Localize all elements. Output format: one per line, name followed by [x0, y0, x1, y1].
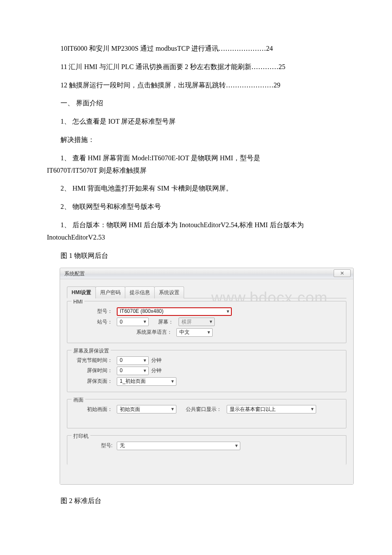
answer-1-line1: 1、 查看 HMI 屏幕背面 Model:IT6070E-IOT 是物联网 HM… — [47, 152, 345, 165]
start-screen-label: 初始画面： — [72, 405, 114, 414]
screen-orientation-value: 横屏 — [182, 318, 192, 327]
toc-page: 25 — [279, 63, 285, 70]
saver-page-dropdown[interactable]: 1_初始页面 ▼ — [117, 377, 176, 386]
model-value: IT6070E (800x480) — [120, 307, 164, 316]
screen-orientation-dropdown: 横屏 ▼ — [179, 318, 215, 326]
saver-time-value: 0 — [120, 366, 123, 376]
screen-label: 屏幕： — [151, 318, 176, 327]
screen-group: 画面 初始画面： 初始页面 ▼ 公共窗口显示： 显示在基本窗口以上 ▼ — [67, 399, 346, 429]
minute-unit-2: 分钟 — [151, 366, 161, 376]
solution-label: 解决措施： — [47, 134, 345, 146]
toc-page: 29 — [274, 81, 280, 89]
chevron-down-icon: ▼ — [225, 309, 231, 314]
station-value: 0 — [120, 318, 123, 327]
menu-language-label: 系统菜单语言： — [72, 328, 174, 337]
screensaver-group-legend: 屏幕及屏保设置 — [72, 347, 111, 356]
heading-section-1: 一、 界面介绍 — [47, 97, 345, 110]
printer-model-value: 无 — [120, 441, 125, 451]
model-label: 型号： — [72, 307, 114, 316]
menu-language-dropdown[interactable]: 中文 ▼ — [176, 328, 213, 337]
hmi-group: HMI 型号： IT6070E (800x480) ▼ 站号： 0 ▼ 屏幕： — [67, 301, 346, 343]
hmi-group-legend: HMI — [72, 298, 84, 307]
tab-hmi-settings[interactable]: HMI设置 — [67, 286, 96, 298]
chevron-down-icon: ▼ — [142, 358, 147, 363]
menu-language-value: 中文 — [179, 328, 190, 337]
version-line1: 1、 后台版本：物联网 HMI 后台版本为 InotouchEditorV2.5… — [47, 219, 345, 231]
saver-time-label: 屏保时间： — [72, 366, 114, 376]
chevron-down-icon: ▼ — [310, 407, 315, 411]
station-label: 站号： — [72, 318, 114, 327]
dialog-body: www.bdocx.com HMI设置 用户密码 提示信息 系统设置 HMI 型… — [60, 279, 353, 484]
chevron-down-icon: ▼ — [206, 330, 211, 335]
question-1: 1、 怎么查看是 IOT 屏还是标准型号屏 — [47, 116, 345, 128]
toc-line-2: 11 汇川 HMI 与汇川 PLC 通讯切换画面要 2 秒左右数据才能刷新………… — [47, 61, 345, 73]
screen-group-legend: 画面 — [72, 396, 85, 405]
toc-text: 12 触摸屏运行一段时间，点击触摸屏，出现屏幕乱跳转 — [61, 81, 226, 89]
chevron-down-icon: ▼ — [142, 369, 147, 373]
printer-group: 打印机 型号: 无 ▼ — [67, 435, 346, 465]
chevron-down-icon: ▼ — [170, 407, 175, 411]
tab-user-password[interactable]: 用户密码 — [95, 286, 125, 298]
chevron-down-icon: ▼ — [170, 379, 175, 384]
model-dropdown[interactable]: IT6070E (800x480) ▼ — [117, 307, 232, 316]
backlight-time-value: 0 — [120, 356, 123, 365]
saver-time-dropdown[interactable]: 0 ▼ — [117, 367, 149, 375]
tab-system-settings[interactable]: 系统设置 — [154, 286, 184, 298]
station-dropdown[interactable]: 0 ▼ — [117, 318, 149, 326]
close-button[interactable]: ✕ — [334, 269, 351, 277]
saver-page-label: 屏保页面： — [72, 377, 114, 386]
start-screen-dropdown[interactable]: 初始页面 ▼ — [117, 405, 176, 413]
answer-2: 2、 HMI 背面电池盖打开如果有 SIM 卡槽则是物联网屏。 — [47, 182, 345, 195]
start-screen-value: 初始页面 — [120, 405, 140, 414]
printer-model-label: 型号: — [72, 441, 114, 451]
backlight-time-dropdown[interactable]: 0 ▼ — [117, 356, 149, 365]
dialog-title-text: 系统配置 — [64, 271, 85, 277]
toc-text: 10IT6000 和安川 MP2300S 通过 modbusTCP 进行通讯 — [61, 45, 219, 52]
figure-1-caption: 图 1 物联网后台 — [47, 250, 345, 262]
chevron-down-icon: ▼ — [208, 320, 213, 324]
public-window-value: 显示在基本窗口以上 — [230, 405, 276, 414]
minute-unit-1: 分钟 — [151, 356, 161, 365]
backlight-time-label: 背光节能时间： — [72, 356, 114, 365]
toc-text: 11 汇川 HMI 与汇川 PLC 通讯切换画面要 2 秒左右数据才能刷新 — [61, 63, 251, 70]
system-config-dialog: 系统配置 ✕ www.bdocx.com HMI设置 用户密码 提示信息 系统设… — [60, 268, 354, 484]
close-icon: ✕ — [340, 270, 344, 276]
public-window-dropdown[interactable]: 显示在基本窗口以上 ▼ — [227, 405, 316, 413]
toc-page: 24 — [266, 45, 273, 52]
toc-line-1: 10IT6000 和安川 MP2300S 通过 modbusTCP 进行通讯……… — [47, 43, 345, 55]
dialog-titlebar: 系统配置 ✕ — [60, 268, 353, 279]
saver-page-value: 1_初始页面 — [120, 377, 146, 386]
screensaver-group: 屏幕及屏保设置 背光节能时间： 0 ▼ 分钟 屏保时间： 0 ▼ 分钟 — [67, 350, 346, 392]
tab-tips[interactable]: 提示信息 — [125, 286, 155, 298]
answer-1-line2: IT6070T/IT5070T 则是标准触摸屏 — [47, 165, 345, 177]
toc-line-3: 12 触摸屏运行一段时间，点击触摸屏，出现屏幕乱跳转…………………29 — [47, 79, 345, 92]
figure-2-caption: 图 2 标准后台 — [47, 495, 345, 507]
version-line2: InotouchEditorV2.53 — [47, 231, 345, 244]
printer-group-legend: 打印机 — [72, 432, 90, 441]
dialog-tabs: HMI设置 用户密码 提示信息 系统设置 — [67, 286, 346, 298]
public-window-label: 公共窗口显示： — [179, 405, 224, 414]
printer-model-dropdown[interactable]: 无 ▼ — [117, 442, 240, 450]
chevron-down-icon: ▼ — [234, 444, 239, 448]
chevron-down-icon: ▼ — [142, 320, 147, 324]
question-2: 2、 物联网型号和标准型号版本号 — [47, 201, 345, 213]
